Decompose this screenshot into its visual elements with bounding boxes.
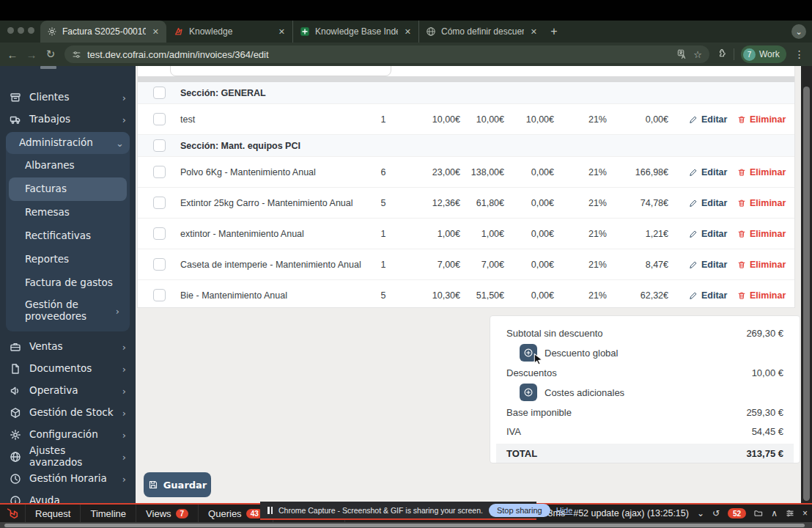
browser-menu-icon[interactable]: ⋮ [793, 48, 811, 60]
close-window-button[interactable] [7, 27, 14, 34]
toolbar-input-partial[interactable] [170, 66, 391, 76]
close-tab-icon[interactable]: ✕ [403, 27, 413, 37]
translate-icon[interactable] [677, 49, 687, 59]
sidebar-item-gesti-n-de-proveedores[interactable]: Gestión de proveedores› [9, 295, 127, 327]
hide-notification-link[interactable]: Hide [556, 506, 573, 515]
share-notification-text: Chrome Capture - Screenshot & GIF is sha… [278, 506, 483, 515]
laravel-icon[interactable] [0, 507, 25, 520]
sidebar-item-rectificativas[interactable]: Rectificativas [9, 224, 127, 248]
sidebar-item-ayuda[interactable]: Ayuda [0, 490, 136, 503]
sidebar-item-albaranes[interactable]: Albaranes [9, 154, 127, 177]
maximize-window-button[interactable] [28, 27, 34, 34]
sidebar-item-configuraci-n[interactable]: Configuración› [0, 424, 136, 446]
subtotal-cell: 138,00€ [460, 167, 504, 177]
summary-value: 10,00 € [752, 367, 783, 378]
caret-up-icon[interactable]: ∧ [771, 508, 778, 518]
save-button[interactable]: Guardar [144, 472, 211, 497]
extensions-puzzle-icon[interactable] [717, 49, 727, 59]
sidebar-item-trabajos[interactable]: Trabajos› [0, 109, 136, 131]
sidebar-item-clientes[interactable]: Clientes› [0, 87, 136, 109]
delete-line-button[interactable]: Eliminar [727, 229, 794, 239]
browser-tab[interactable]: Cómo definir descuentos glo✕ [418, 21, 545, 43]
edit-line-button[interactable]: Editar [668, 114, 727, 125]
delete-line-button[interactable]: Eliminar [727, 290, 794, 301]
sidebar-item-administracion[interactable]: Administración⌄ [6, 132, 130, 154]
tabs-container: Factura S2025-00010 - Cofra✕Knowledge✕Kn… [40, 21, 564, 43]
table-header-partial [138, 76, 794, 82]
stop-sharing-button[interactable]: Stop sharing [489, 504, 550, 517]
vertical-scrollbar[interactable] [801, 66, 812, 503]
debugbar-tab-request[interactable]: Request [25, 505, 80, 522]
row-checkbox[interactable] [153, 197, 166, 209]
row-checkbox[interactable] [153, 258, 166, 271]
site-controls-icon[interactable] [72, 50, 81, 59]
row-checkbox[interactable] [153, 227, 166, 240]
subtotal-cell: 1,00€ [460, 229, 504, 239]
tab-search-chevron-icon[interactable]: ⌄ [791, 24, 806, 39]
sidebar-item-gesti-n-horaria[interactable]: Gestión Horaria› [0, 468, 136, 490]
summary-value: 259,30 € [746, 407, 783, 418]
close-debugbar-icon[interactable]: × [802, 508, 808, 518]
new-tab-icon[interactable]: + [545, 21, 564, 43]
close-tab-icon[interactable]: ✕ [277, 27, 287, 37]
row-checkbox[interactable] [153, 113, 166, 125]
tab-strip: Factura S2025-00010 - Cofra✕Knowledge✕Kn… [0, 21, 812, 43]
red-mark-favicon [173, 26, 184, 37]
bookmark-star-icon[interactable]: ☆ [693, 49, 702, 60]
delete-line-button[interactable]: Eliminar [727, 260, 794, 270]
invoice-lines-card: Sección: GENERALtest110,00€10,00€10,00€2… [137, 66, 795, 308]
row-checkbox[interactable] [153, 289, 166, 301]
browser-tab[interactable]: Knowledge✕ [166, 21, 292, 43]
close-tab-icon[interactable]: ✕ [529, 27, 539, 37]
delete-line-button[interactable]: Eliminar [727, 167, 794, 177]
sidebar-item-ventas[interactable]: Ventas› [0, 336, 136, 358]
sidebar-item-gesti-n-de-stock[interactable]: Gestión de Stock› [0, 402, 136, 424]
subtotal-cell: 51,50€ [460, 290, 504, 301]
plus-circle-icon[interactable] [520, 384, 537, 401]
sidebar-item-reportes[interactable]: Reportes [9, 248, 127, 271]
edit-line-button[interactable]: Editar [668, 167, 727, 177]
reload-icon[interactable]: ↻ [41, 48, 60, 61]
vertical-scrollbar-thumb[interactable] [803, 87, 810, 501]
summary-row: Base imponible259,30 € [501, 403, 789, 422]
back-icon[interactable]: ← [3, 48, 22, 61]
chevron-down-icon[interactable]: ⌄ [697, 508, 704, 518]
sidebar-item-factura-de-gastos[interactable]: Factura de gastos [9, 271, 127, 295]
close-tab-icon[interactable]: ✕ [151, 27, 160, 37]
sidebar-item-documentos[interactable]: Documentos› [0, 358, 136, 380]
discount-cell: 10,00€ [504, 114, 554, 125]
row-checkbox[interactable] [153, 166, 166, 178]
pause-icon[interactable] [267, 507, 273, 514]
edit-line-button[interactable]: Editar [668, 198, 727, 208]
sidebar-item-ajustes-avanzados[interactable]: Ajustes avanzados› [0, 446, 136, 468]
subtotal-cell: 61,80€ [460, 198, 504, 208]
request-label[interactable]: #52 update (ajax) (13:25:15) [573, 508, 689, 518]
history-icon[interactable]: ↺ [712, 508, 720, 518]
horizontal-scrollbar[interactable] [0, 522, 812, 528]
debugbar-tab-timeline[interactable]: Timeline [80, 505, 136, 522]
debugbar-tab-views[interactable]: Views7 [136, 505, 198, 522]
horizontal-scrollbar-thumb[interactable] [4, 524, 805, 527]
row-checkbox[interactable] [153, 87, 166, 99]
settings-sliders-icon[interactable] [786, 509, 794, 518]
row-checkbox[interactable] [153, 139, 166, 152]
delete-line-button[interactable]: Eliminar [727, 198, 794, 208]
folder-icon[interactable] [754, 509, 763, 518]
minimize-window-button[interactable] [18, 27, 24, 34]
profile-chip[interactable]: 7 Work [741, 45, 786, 63]
forward-icon[interactable]: → [22, 48, 41, 61]
unit-price-cell: 7,00€ [400, 260, 460, 270]
url-text[interactable]: test.dev.cofrai.com/admin/invoices/364/e… [87, 49, 671, 60]
sidebar-item-facturas[interactable]: Facturas [9, 177, 127, 201]
edit-line-button[interactable]: Editar [668, 229, 727, 239]
delete-line-button[interactable]: Eliminar [727, 114, 794, 125]
window-traffic-lights[interactable] [7, 27, 34, 34]
chevron-right-icon: › [122, 474, 126, 485]
edit-line-button[interactable]: Editar [668, 290, 727, 301]
sidebar-item-operativa[interactable]: Operativa› [0, 380, 136, 402]
edit-line-button[interactable]: Editar [668, 260, 727, 270]
browser-tab[interactable]: Knowledge Base Index - Hoja✕ [292, 21, 418, 43]
sidebar-item-remesas[interactable]: Remesas [9, 201, 127, 224]
browser-tab[interactable]: Factura S2025-00010 - Cofra✕ [40, 21, 166, 43]
address-bar[interactable]: test.dev.cofrai.com/admin/invoices/364/e… [64, 45, 709, 63]
